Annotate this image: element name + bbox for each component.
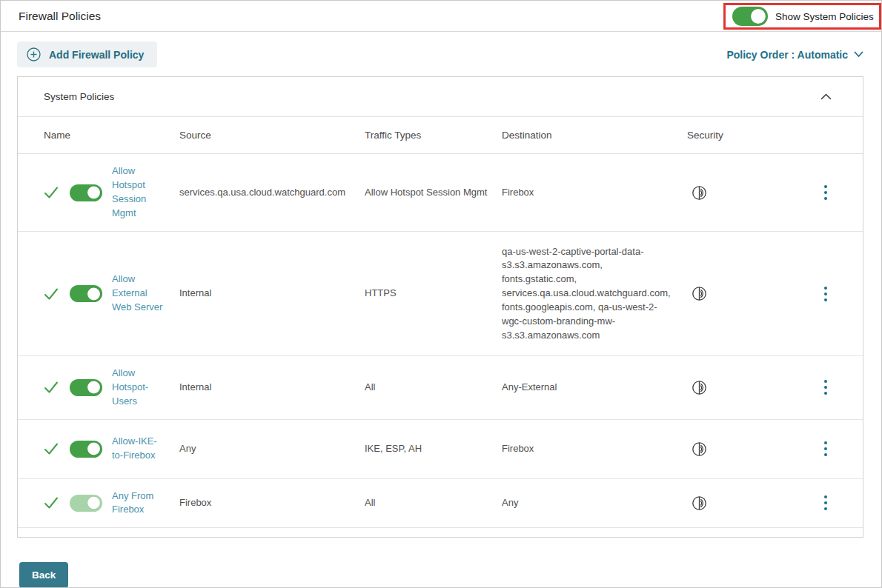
policy-enabled-toggle[interactable] xyxy=(70,285,102,302)
annotation-highlight-box: Show System Policies xyxy=(723,3,881,30)
policy-security-cell xyxy=(687,232,789,355)
kebab-menu-icon[interactable] xyxy=(820,375,832,399)
policy-source: services.qa.usa.cloud.watchguard.com xyxy=(179,154,365,231)
check-icon xyxy=(44,380,59,395)
column-header-security: Security xyxy=(687,117,789,153)
policy-security-cell xyxy=(687,479,789,528)
toggle-knob xyxy=(87,287,100,300)
policy-order-dropdown[interactable]: Policy Order : Automatic xyxy=(726,49,863,61)
chevron-up-icon xyxy=(820,93,832,100)
firewall-policies-page: Firewall Policies Show System Policies A… xyxy=(0,0,882,588)
policy-name-cell: Allow Hotspot Session Mgmt xyxy=(18,154,179,231)
column-header-actions xyxy=(789,117,863,153)
policy-security-cell xyxy=(687,154,789,231)
column-header-traffic-types: Traffic Types xyxy=(365,117,502,153)
kebab-menu-icon[interactable] xyxy=(820,437,832,461)
policy-source: Internal xyxy=(179,356,365,419)
kebab-menu-icon[interactable] xyxy=(820,181,832,204)
policy-order-label: Policy Order : Automatic xyxy=(726,49,848,61)
plus-circle-icon xyxy=(27,47,41,61)
table-row: Any From FireboxFireboxAllAny xyxy=(18,479,863,529)
policy-name-link[interactable]: Allow-IKE-to-Firebox xyxy=(112,435,166,463)
policy-name-cell: Allow-IKE-to-Firebox xyxy=(18,420,179,478)
policy-source: Any xyxy=(179,420,365,478)
check-icon xyxy=(44,441,59,456)
policy-name-cell: Allow External Web Server xyxy=(18,232,179,355)
check-icon xyxy=(44,185,59,200)
proxy-security-icon xyxy=(692,495,707,511)
policy-actions-cell xyxy=(789,232,863,355)
policy-enabled-toggle[interactable] xyxy=(70,184,102,201)
system-policies-card: System Policies Name Source Traffic Type… xyxy=(17,76,863,538)
policy-traffic-types: HTTPS xyxy=(365,232,502,355)
page-title: Firewall Policies xyxy=(19,10,101,23)
proxy-security-icon xyxy=(692,286,707,301)
table-row: Allow External Web ServerInternalHTTPSqa… xyxy=(18,232,863,356)
policy-destination: Any-External xyxy=(502,356,687,419)
table-row: Allow Hotspot Session Mgmtservices.qa.us… xyxy=(18,154,863,232)
policy-security-cell xyxy=(687,420,789,478)
toolbar: Add Firewall Policy Policy Order : Autom… xyxy=(17,41,863,67)
policy-actions-cell xyxy=(789,356,863,419)
section-header: System Policies xyxy=(18,77,863,117)
policy-name-link[interactable]: Allow Hotspot Session Mgmt xyxy=(112,164,166,220)
toggle-knob xyxy=(751,9,766,24)
policy-destination: Firebox xyxy=(502,154,687,231)
add-firewall-policy-label: Add Firewall Policy xyxy=(49,49,144,61)
policy-enabled-toggle[interactable] xyxy=(70,379,102,396)
proxy-security-icon xyxy=(692,185,707,201)
policy-actions-cell xyxy=(789,479,863,528)
policy-destination: qa-us-west-2-captive-portal-data-s3.s3.a… xyxy=(502,232,687,355)
collapse-section-button[interactable] xyxy=(818,90,835,103)
table-body: Allow Hotspot Session Mgmtservices.qa.us… xyxy=(18,154,863,528)
column-header-source: Source xyxy=(179,117,365,153)
table-row: Allow-IKE-to-FireboxAnyIKE, ESP, AHFireb… xyxy=(18,420,863,479)
proxy-security-icon xyxy=(692,441,707,457)
policy-traffic-types: IKE, ESP, AH xyxy=(365,420,502,478)
table-row: Allow Hotspot-UsersInternalAllAny-Extern… xyxy=(18,356,863,420)
add-firewall-policy-button[interactable]: Add Firewall Policy xyxy=(17,41,157,67)
column-header-destination: Destination xyxy=(502,117,687,153)
policy-destination: Firebox xyxy=(502,420,687,478)
column-header-name: Name xyxy=(18,117,179,153)
page-header: Firewall Policies Show System Policies xyxy=(1,1,881,32)
check-icon xyxy=(44,495,59,510)
policy-name-link[interactable]: Allow External Web Server xyxy=(112,273,166,315)
policy-traffic-types: All xyxy=(365,356,502,419)
show-system-policies-toggle[interactable] xyxy=(732,7,768,26)
policy-enabled-toggle[interactable] xyxy=(70,441,102,458)
back-button[interactable]: Back xyxy=(19,562,68,588)
chevron-down-icon xyxy=(854,51,863,58)
section-title: System Policies xyxy=(44,91,114,102)
policy-destination: Any xyxy=(502,479,687,528)
kebab-menu-icon[interactable] xyxy=(820,491,832,515)
toggle-knob xyxy=(87,381,100,394)
card-bottom-strip xyxy=(18,528,863,537)
policy-source: Firebox xyxy=(179,479,365,528)
check-icon xyxy=(44,287,59,301)
policy-traffic-types: Allow Hotspot Session Mgmt xyxy=(365,154,502,231)
show-system-policies-label: Show System Policies xyxy=(775,11,874,22)
policy-security-cell xyxy=(687,356,789,419)
policy-traffic-types: All xyxy=(365,479,502,528)
policy-name-cell: Any From Firebox xyxy=(18,479,179,528)
policy-actions-cell xyxy=(789,154,863,231)
policy-enabled-toggle[interactable] xyxy=(70,495,102,512)
table-column-headers: Name Source Traffic Types Destination Se… xyxy=(18,117,863,154)
proxy-security-icon xyxy=(692,380,707,395)
policy-actions-cell xyxy=(789,420,863,478)
kebab-menu-icon[interactable] xyxy=(820,282,832,306)
policy-name-link[interactable]: Any From Firebox xyxy=(112,490,166,518)
policy-name-cell: Allow Hotspot-Users xyxy=(18,356,179,419)
policy-source: Internal xyxy=(179,232,365,355)
policy-name-link[interactable]: Allow Hotspot-Users xyxy=(112,367,166,409)
toggle-knob xyxy=(87,443,100,455)
toggle-knob xyxy=(87,497,100,510)
toggle-knob xyxy=(87,187,100,199)
